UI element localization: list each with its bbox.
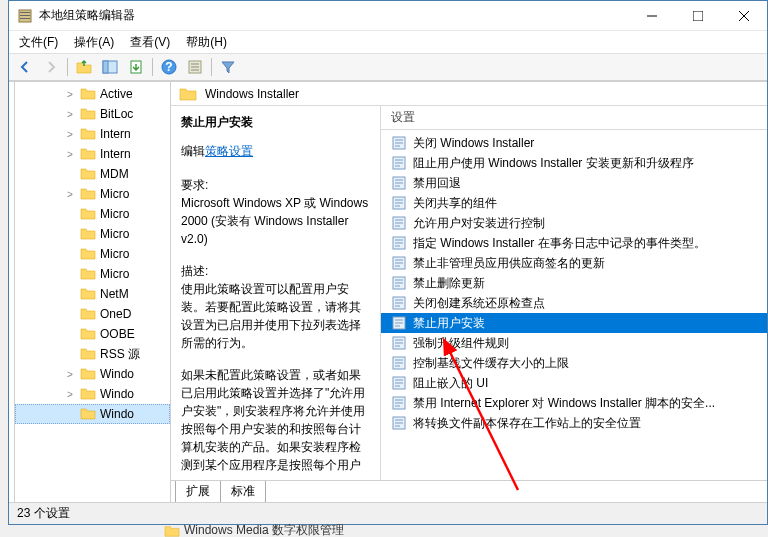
setting-label: 阻止嵌入的 UI <box>413 375 488 392</box>
tree-item[interactable]: MDM <box>15 164 170 184</box>
description-text-2: 如果未配置此策略设置，或者如果已启用此策略设置并选择了"允许用户安装"，则安装程… <box>181 366 370 474</box>
folder-icon <box>80 367 96 381</box>
tree-item[interactable]: >BitLoc <box>15 104 170 124</box>
tree-item[interactable]: >Intern <box>15 124 170 144</box>
help-button[interactable]: ? <box>157 56 181 78</box>
tab-standard[interactable]: 标准 <box>220 481 266 502</box>
menu-view[interactable]: 查看(V) <box>130 34 170 51</box>
setting-label: 关闭创建系统还原检查点 <box>413 295 545 312</box>
tree-item[interactable]: Micro <box>15 244 170 264</box>
tree-item-label: Windo <box>100 407 134 421</box>
expand-icon[interactable]: > <box>65 189 75 200</box>
tree-item-label: RSS 源 <box>100 346 140 363</box>
setting-icon <box>391 395 407 411</box>
forward-button[interactable] <box>39 56 63 78</box>
folder-icon <box>80 387 96 401</box>
back-button[interactable] <box>13 56 37 78</box>
setting-icon <box>391 135 407 151</box>
tree-item[interactable]: RSS 源 <box>15 344 170 364</box>
up-button[interactable] <box>72 56 96 78</box>
tree-item-label: OOBE <box>100 327 135 341</box>
tree-item-label: NetM <box>100 287 129 301</box>
setting-label: 禁用 Internet Explorer 对 Windows Installer… <box>413 395 715 412</box>
setting-item[interactable]: 将转换文件副本保存在工作站上的安全位置 <box>381 413 767 433</box>
setting-icon <box>391 255 407 271</box>
policy-settings-link[interactable]: 策略设置 <box>205 143 253 160</box>
svg-rect-3 <box>20 18 30 19</box>
tree-item[interactable]: Windo <box>15 404 170 424</box>
setting-label: 禁止非管理员应用供应商签名的更新 <box>413 255 605 272</box>
folder-icon <box>80 227 96 241</box>
tree-item-label: Intern <box>100 127 131 141</box>
tree-item[interactable]: Micro <box>15 264 170 284</box>
menu-file[interactable]: 文件(F) <box>19 34 58 51</box>
toolbar: ? <box>9 53 767 81</box>
setting-label: 禁用回退 <box>413 175 461 192</box>
description-text-1: 使用此策略设置可以配置用户安装。若要配置此策略设置，请将其设置为已启用并使用下拉… <box>181 280 370 352</box>
expand-icon[interactable]: > <box>65 109 75 120</box>
setting-icon <box>391 315 407 331</box>
menu-action[interactable]: 操作(A) <box>74 34 114 51</box>
expand-icon[interactable]: > <box>65 389 75 400</box>
details-panel: Windows Installer 禁止用户安装 编辑策略设置 要求: Micr… <box>171 82 767 502</box>
titlebar[interactable]: 本地组策略编辑器 <box>9 1 767 31</box>
expand-icon[interactable]: > <box>65 369 75 380</box>
tree-item[interactable]: >Windo <box>15 384 170 404</box>
close-button[interactable] <box>721 1 767 31</box>
setting-item[interactable]: 禁止非管理员应用供应商签名的更新 <box>381 253 767 273</box>
setting-item[interactable]: 关闭共享的组件 <box>381 193 767 213</box>
tree-item[interactable]: >Windo <box>15 364 170 384</box>
properties-button[interactable] <box>183 56 207 78</box>
description-label: 描述: <box>181 262 370 280</box>
tree-item[interactable]: Micro <box>15 224 170 244</box>
setting-icon <box>391 415 407 431</box>
setting-item[interactable]: 关闭创建系统还原检查点 <box>381 293 767 313</box>
folder-icon <box>80 347 96 361</box>
expand-icon[interactable]: > <box>65 129 75 140</box>
folder-icon <box>80 87 96 101</box>
setting-item[interactable]: 强制升级组件规则 <box>381 333 767 353</box>
setting-item[interactable]: 指定 Windows Installer 在事务日志中记录的事件类型。 <box>381 233 767 253</box>
tree-item[interactable]: Micro <box>15 204 170 224</box>
tree-item-label: Micro <box>100 267 129 281</box>
setting-item[interactable]: 禁止用户安装 <box>381 313 767 333</box>
minimize-button[interactable] <box>629 1 675 31</box>
expand-icon[interactable]: > <box>65 89 75 100</box>
setting-label: 关闭 Windows Installer <box>413 135 534 152</box>
setting-item[interactable]: 禁用回退 <box>381 173 767 193</box>
maximize-button[interactable] <box>675 1 721 31</box>
tree-item[interactable]: NetM <box>15 284 170 304</box>
tree-item[interactable]: >Micro <box>15 184 170 204</box>
setting-item[interactable]: 阻止嵌入的 UI <box>381 373 767 393</box>
show-hide-tree-button[interactable] <box>98 56 122 78</box>
setting-label: 禁止删除更新 <box>413 275 485 292</box>
menu-help[interactable]: 帮助(H) <box>186 34 227 51</box>
setting-item[interactable]: 控制基线文件缓存大小的上限 <box>381 353 767 373</box>
view-tabs: 扩展 标准 <box>171 480 767 502</box>
tree-item[interactable]: >Active <box>15 84 170 104</box>
tree-item[interactable]: OOBE <box>15 324 170 344</box>
export-button[interactable] <box>124 56 148 78</box>
filter-button[interactable] <box>216 56 240 78</box>
tree-item-label: Micro <box>100 227 129 241</box>
settings-list-wrap: 设置 关闭 Windows Installer阻止用户使用 Windows In… <box>381 106 767 480</box>
setting-item[interactable]: 禁止删除更新 <box>381 273 767 293</box>
setting-item[interactable]: 阻止用户使用 Windows Installer 安装更新和升级程序 <box>381 153 767 173</box>
setting-icon <box>391 235 407 251</box>
setting-icon <box>391 175 407 191</box>
setting-icon <box>391 375 407 391</box>
settings-list[interactable]: 关闭 Windows Installer阻止用户使用 Windows Insta… <box>381 130 767 480</box>
settings-column-header[interactable]: 设置 <box>381 106 767 130</box>
setting-item[interactable]: 关闭 Windows Installer <box>381 133 767 153</box>
setting-item[interactable]: 允许用户对安装进行控制 <box>381 213 767 233</box>
description-panel: 禁止用户安装 编辑策略设置 要求: Microsoft Windows XP 或… <box>171 106 381 480</box>
svg-text:?: ? <box>165 60 172 74</box>
tree-item-label: Windo <box>100 367 134 381</box>
tree-panel[interactable]: >Active>BitLoc>Intern>InternMDM>MicroMic… <box>15 82 171 502</box>
edit-label: 编辑 <box>181 144 205 158</box>
setting-item[interactable]: 禁用 Internet Explorer 对 Windows Installer… <box>381 393 767 413</box>
tab-extended[interactable]: 扩展 <box>175 481 221 502</box>
tree-item[interactable]: >Intern <box>15 144 170 164</box>
expand-icon[interactable]: > <box>65 149 75 160</box>
tree-item[interactable]: OneD <box>15 304 170 324</box>
